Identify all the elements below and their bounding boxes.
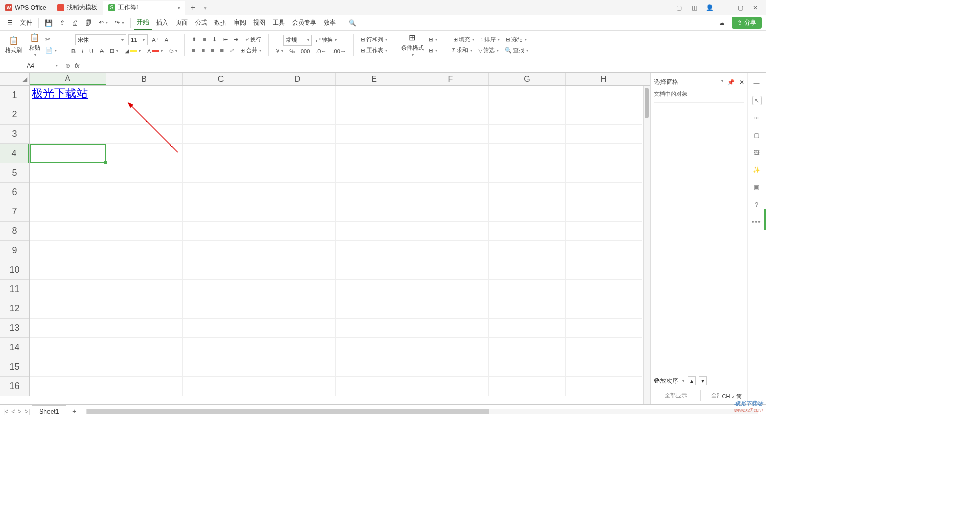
row-header[interactable]: 3 — [0, 125, 29, 144]
show-all-button[interactable]: 全部显示 — [654, 390, 698, 401]
row-header[interactable]: 1 — [0, 86, 29, 105]
format-painter-button[interactable]: 📋格式刷 — [4, 34, 23, 55]
cloud-icon[interactable]: ☁ — [716, 17, 728, 29]
col-header-G[interactable]: G — [489, 73, 566, 85]
find-button[interactable]: 🔍 查找▾ — [503, 45, 530, 55]
vertical-scrollbar[interactable] — [643, 86, 650, 404]
menu-efficiency[interactable]: 效率 — [321, 16, 339, 29]
tab-workbook[interactable]: S 工作簿1 — [103, 1, 186, 15]
tab-templates[interactable]: 找稻壳模板 — [52, 1, 103, 15]
sum-button[interactable]: Σ 求和▾ — [450, 45, 474, 55]
font-size-select[interactable]: 11▾ — [128, 34, 148, 45]
add-tab-button[interactable]: + — [185, 3, 201, 12]
row-header[interactable]: 15 — [0, 357, 29, 377]
cell-styles-icon[interactable]: ⊞▾ — [427, 35, 439, 44]
move-down-button[interactable]: ▾ — [699, 376, 707, 385]
align-top-icon[interactable]: ⬆ — [190, 35, 199, 44]
table-styles-icon[interactable]: ⊞▾ — [427, 46, 439, 55]
tab-wps-office[interactable]: W WPS Office — [0, 1, 52, 15]
col-header-D[interactable]: D — [259, 73, 336, 85]
tab-menu-icon[interactable]: ▾ — [204, 4, 207, 11]
row-header[interactable]: 12 — [0, 299, 29, 319]
row-header[interactable]: 16 — [0, 377, 29, 396]
share-button[interactable]: ⇪ 分享 — [732, 17, 762, 29]
copy-icon[interactable]: 📄▾ — [43, 46, 59, 55]
col-header-E[interactable]: E — [336, 73, 412, 85]
align-left-icon[interactable]: ≡ — [190, 46, 197, 54]
select-tool-icon[interactable]: ↖ — [752, 96, 762, 105]
menu-view[interactable]: 视图 — [250, 16, 268, 29]
sort-button[interactable]: ↕ 排序▾ — [478, 35, 502, 44]
cond-format-button[interactable]: ⊞条件格式▾ — [400, 32, 425, 58]
image-tool-icon[interactable]: 🖼 — [752, 148, 762, 157]
menu-data[interactable]: 数据 — [211, 16, 230, 29]
menu-member[interactable]: 会员专享 — [289, 16, 320, 29]
col-header-F[interactable]: F — [412, 73, 489, 85]
indent-decrease-icon[interactable]: ⇤ — [221, 35, 230, 44]
font-name-select[interactable]: 宋体▾ — [75, 34, 126, 45]
number-format-select[interactable]: 常规▾ — [283, 35, 312, 46]
filter-button[interactable]: ▽ 筛选▾ — [476, 45, 501, 55]
spreadsheet-grid[interactable]: ◢ A B C D E F G H 1 2 3 4 5 6 7 8 9 10 1… — [0, 73, 650, 404]
row-header[interactable]: 14 — [0, 338, 29, 357]
sheet-tab[interactable]: Sheet1 — [32, 405, 66, 415]
horizontal-scrollbar[interactable] — [86, 409, 758, 414]
borders-icon[interactable]: ⊞▾ — [108, 46, 120, 55]
worksheet-button[interactable]: ⊞ 工作表▾ — [359, 45, 389, 55]
avatar-icon[interactable]: 👤 — [705, 4, 714, 12]
align-justify-icon[interactable]: ≡ — [218, 46, 226, 54]
pin-icon[interactable]: 📌 — [727, 79, 735, 86]
collapse-icon[interactable]: — — [752, 79, 762, 88]
increase-font-icon[interactable]: A⁺ — [150, 36, 160, 44]
redo-icon[interactable]: ↷▾ — [112, 17, 127, 29]
col-header-H[interactable]: H — [566, 73, 642, 85]
freeze-button[interactable]: ⊞ 冻结▾ — [504, 35, 529, 44]
convert-button[interactable]: ⇄ 转换▾ — [314, 35, 339, 45]
row-header[interactable]: 11 — [0, 280, 29, 299]
panel-icon[interactable]: ▢ — [675, 4, 683, 12]
fill-button[interactable]: ⊞ 填充▾ — [451, 35, 476, 44]
align-middle-icon[interactable]: ≡ — [201, 35, 208, 43]
underline-icon[interactable]: U — [87, 47, 95, 55]
rows-cols-button[interactable]: ⊞ 行和列▾ — [359, 35, 389, 44]
comma-icon[interactable]: 000 — [299, 47, 312, 55]
maximize-icon[interactable]: ▢ — [736, 4, 744, 12]
menu-insert[interactable]: 插入 — [153, 16, 172, 29]
decrease-font-icon[interactable]: A⁻ — [163, 36, 174, 44]
row-header[interactable]: 2 — [0, 105, 29, 125]
add-sheet-button[interactable]: + — [68, 406, 80, 415]
print-icon[interactable]: 🖨 — [69, 17, 81, 29]
col-header-A[interactable]: A — [30, 73, 106, 85]
merge-button[interactable]: ⊞ 合并▾ — [238, 45, 263, 55]
wrap-text-button[interactable]: ⤶ 换行 — [242, 35, 263, 44]
prev-sheet-icon[interactable]: < — [11, 408, 15, 415]
more-tools-icon[interactable]: ••• — [752, 218, 762, 227]
currency-icon[interactable]: ¥▾ — [274, 47, 285, 55]
fill-color-icon[interactable]: ◢▾ — [122, 46, 143, 55]
row-header[interactable]: 8 — [0, 222, 29, 241]
cells-area[interactable]: 极光下载站 — [30, 86, 650, 396]
indent-increase-icon[interactable]: ⇥ — [232, 35, 240, 44]
row-header[interactable]: 10 — [0, 260, 29, 280]
close-icon[interactable]: ✕ — [751, 4, 760, 12]
next-sheet-icon[interactable]: > — [18, 408, 21, 415]
increase-decimal-icon[interactable]: .00→ — [330, 47, 348, 55]
menu-formula[interactable]: 公式 — [192, 16, 210, 29]
export-icon[interactable]: ⇪ — [57, 17, 68, 29]
strikethrough-icon[interactable]: A̶ — [97, 46, 106, 55]
preview-icon[interactable]: 🗐 — [82, 17, 94, 29]
formula-input[interactable] — [83, 62, 762, 69]
orientation-icon[interactable]: ⤢ — [228, 46, 236, 55]
move-up-button[interactable]: ▴ — [688, 376, 696, 385]
last-sheet-icon[interactable]: >| — [24, 408, 30, 415]
align-right-icon[interactable]: ≡ — [209, 46, 216, 54]
cube-icon[interactable]: ◫ — [690, 4, 698, 12]
clear-format-icon[interactable]: ◇▾ — [167, 46, 179, 55]
menu-tools[interactable]: 工具 — [270, 16, 288, 29]
scrollbar-thumb[interactable] — [645, 88, 649, 118]
effects-tool-icon[interactable]: ✨ — [752, 165, 762, 175]
menu-start[interactable]: 开始 — [134, 16, 152, 30]
align-center-icon[interactable]: ≡ — [200, 46, 207, 54]
zoom-fx-icon[interactable]: ⊕ — [65, 62, 70, 69]
row-header[interactable]: 9 — [0, 241, 29, 260]
